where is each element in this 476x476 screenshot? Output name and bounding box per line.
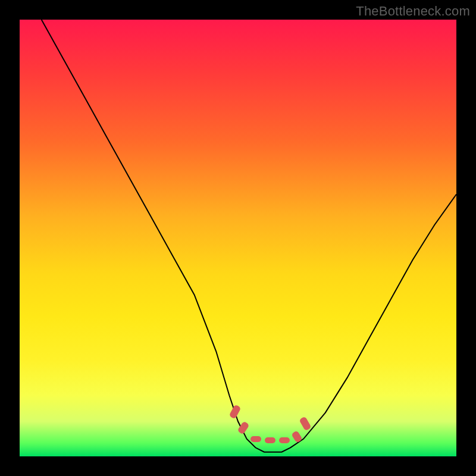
bottleneck-curve [20,20,456,456]
chart-frame: TheBottleneck.com [0,0,476,476]
watermark-text: TheBottleneck.com [356,4,470,19]
plot-area [20,20,456,456]
